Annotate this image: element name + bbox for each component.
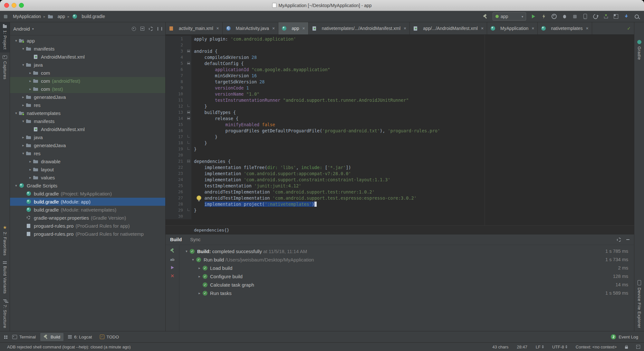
close-tab-icon[interactable]: ×	[404, 26, 406, 31]
toolwindow-switcher-icon[interactable]	[4, 336, 5, 337]
event-log-button[interactable]: 2 Event Log	[611, 334, 640, 339]
code-line[interactable]: 9 versionCode 1	[166, 85, 634, 91]
chevron-down-icon[interactable]: ▾	[183, 249, 190, 253]
code-line[interactable]: 11 testInstrumentationRunner "android.su…	[166, 97, 634, 103]
code-line[interactable]: 28 implementation project(':nativetempla…	[166, 201, 634, 207]
code-line[interactable]: 23 implementation 'com.android.support:a…	[166, 170, 634, 176]
tree-item-build-gradle[interactable]: build.gradle(Project: MyApplication)	[10, 190, 165, 198]
tree-item-java[interactable]: ▸java	[10, 133, 165, 141]
fold-marker[interactable]	[186, 48, 191, 54]
tree-item-drawable[interactable]: ▸drawable	[10, 157, 165, 166]
settings-gear-icon[interactable]	[149, 27, 153, 31]
run-task-icon[interactable]	[171, 266, 174, 269]
close-tab-icon[interactable]: ×	[272, 26, 275, 31]
code-line[interactable]: 26 androidTestImplementation 'com.androi…	[166, 189, 634, 195]
build-tree-row[interactable]: ▾✓Run build /Users/jweisbaum/Desktop/MyA…	[179, 255, 634, 264]
make-project-button[interactable]	[481, 13, 489, 20]
tree-item-gradle-scripts[interactable]: ▾Gradle Scripts	[10, 182, 165, 190]
run-button[interactable]	[529, 13, 538, 20]
attach-process-button[interactable]	[622, 13, 630, 20]
tab-sync[interactable]: Sync	[190, 237, 200, 242]
code-line[interactable]: 16 proguardFiles getDefaultProguardFile(…	[166, 128, 634, 134]
layout-inspector-button[interactable]	[612, 13, 620, 20]
breadcrumb-item-build-gradle[interactable]: build.gradle	[72, 14, 105, 19]
code-line[interactable]: 19}	[166, 146, 634, 152]
code-line[interactable]: 12 }	[166, 103, 634, 109]
tree-item-proguard-rules-pro[interactable]: proguard-rules.pro(ProGuard Rules for ap…	[10, 222, 165, 230]
tree-item-layout[interactable]: ▸layout	[10, 166, 165, 174]
tool-button-2-favorites[interactable]: ★2: Favorites	[0, 222, 10, 259]
editor-tab-nativetemplates[interactable]: nativetemplates×	[538, 22, 592, 34]
tool-button-device-file-explorer[interactable]: Device File Explorer	[634, 277, 644, 331]
build-tree-row[interactable]: ▸✓Run tasks1 s 589 ms	[179, 289, 634, 297]
code-line[interactable]: 15 minifyEnabled false	[166, 121, 634, 128]
close-window-button[interactable]	[4, 3, 9, 8]
fold-marker[interactable]	[186, 158, 191, 164]
tree-item-com[interactable]: ▸com	[10, 69, 165, 77]
hide-panel-icon[interactable]	[158, 27, 162, 31]
close-tab-icon[interactable]: ×	[481, 26, 484, 31]
code-editor[interactable]: 1apply plugin: 'com.android.application'…	[166, 35, 634, 225]
tool-button-captures[interactable]: Captures	[0, 52, 10, 82]
tree-item-build-gradle[interactable]: build.gradle(Module: nativetemplates)	[10, 206, 165, 214]
breadcrumb-item-myapplication[interactable]: MyApplication	[3, 14, 41, 19]
tree-item-java[interactable]: ▾java	[10, 61, 165, 69]
code-line[interactable]: 18 }	[166, 140, 634, 146]
tree-item-generatedjava[interactable]: ▸generatedJava	[10, 141, 165, 149]
rerun-build-icon[interactable]	[170, 248, 175, 253]
tool-button-7-structure[interactable]: 7: Structure	[0, 297, 10, 331]
tab-build[interactable]: Build	[170, 237, 182, 242]
context-indicator[interactable]: Context: <no context>	[576, 345, 617, 349]
chevron-down-icon[interactable]: ▾	[20, 151, 26, 156]
minimize-panel-icon[interactable]	[626, 239, 630, 240]
code-line[interactable]: 13 buildTypes {	[166, 109, 634, 115]
code-line[interactable]: 4 compileSdkVersion 28	[166, 54, 634, 60]
editor-tab-mainactivity-java[interactable]: MainActivity.java×	[223, 22, 278, 34]
chevron-right-icon[interactable]: ▸	[20, 135, 26, 139]
sync-project-button[interactable]	[591, 13, 600, 20]
zoom-window-button[interactable]	[19, 3, 24, 8]
chevron-down-icon[interactable]: ▾	[20, 47, 26, 51]
close-tab-icon[interactable]: ×	[216, 26, 219, 31]
tree-item-nativetemplates[interactable]: ▾nativetemplates	[10, 109, 165, 117]
tool-button-1-project[interactable]: 1: Project	[0, 22, 10, 52]
line-separator-selector[interactable]: LF	[536, 345, 544, 349]
sdk-manager-button[interactable]	[601, 13, 610, 20]
build-tree-row[interactable]: ▸✓Load build2 ms	[179, 264, 634, 272]
chevron-down-icon[interactable]: ▾	[190, 258, 196, 262]
project-view-selector[interactable]: Android ▾	[13, 26, 34, 32]
build-tree-row[interactable]: ▾✓Build: completed successfully at 11/5/…	[179, 247, 634, 255]
tree-item-manifests[interactable]: ▾manifests	[10, 45, 165, 53]
code-line[interactable]: 6 applicationId "com.google.ads.myapplic…	[166, 66, 634, 72]
build-settings-gear-icon[interactable]	[617, 238, 621, 242]
chevron-down-icon[interactable]: ▾	[13, 39, 19, 43]
tree-item-res[interactable]: ▾res	[10, 149, 165, 157]
tool-button-build-variants[interactable]: Build Variants	[0, 259, 10, 297]
code-line[interactable]: 27 androidTestImplementation 'com.androi…	[166, 195, 634, 201]
fold-marker[interactable]	[186, 103, 191, 109]
fold-marker[interactable]	[186, 146, 191, 152]
tree-item-gradle-wrapper-properties[interactable]: gradle-wrapper.properties(Gradle Version…	[10, 214, 165, 222]
code-line[interactable]: 24 implementation 'com.android.support.c…	[166, 176, 634, 183]
editor-tab-app[interactable]: app×	[278, 22, 309, 34]
fold-marker[interactable]	[186, 109, 191, 115]
chevron-right-icon[interactable]: ▸	[27, 87, 33, 91]
chevron-down-icon[interactable]: ▾	[13, 184, 19, 188]
toolwindow-button-todo[interactable]: ✓TODO	[97, 333, 122, 341]
code-line[interactable]: 14 release {	[166, 115, 634, 121]
tree-item-res[interactable]: ▸res	[10, 101, 165, 109]
editor-tab-myapplication[interactable]: MyApplication×	[487, 22, 538, 34]
chevron-down-icon[interactable]: ▾	[13, 111, 19, 115]
fold-marker[interactable]	[186, 60, 191, 66]
apply-changes-button[interactable]	[540, 13, 548, 20]
tree-item-com[interactable]: ▸com(androidTest)	[10, 77, 165, 85]
search-everywhere-button[interactable]	[632, 13, 641, 20]
chevron-right-icon[interactable]: ▸	[196, 274, 203, 279]
tree-item-proguard-rules-pro[interactable]: proguard-rules.pro(ProGuard Rules for na…	[10, 230, 165, 238]
code-line[interactable]: 22 implementation fileTree(dir: 'libs', …	[166, 164, 634, 170]
close-tab-icon[interactable]: ×	[586, 26, 589, 31]
close-tab-icon[interactable]: ×	[532, 26, 534, 31]
collapse-all-icon[interactable]	[140, 27, 144, 31]
inspections-ok-icon[interactable]: ✓	[627, 22, 631, 34]
chevron-right-icon[interactable]: ▸	[20, 95, 26, 99]
